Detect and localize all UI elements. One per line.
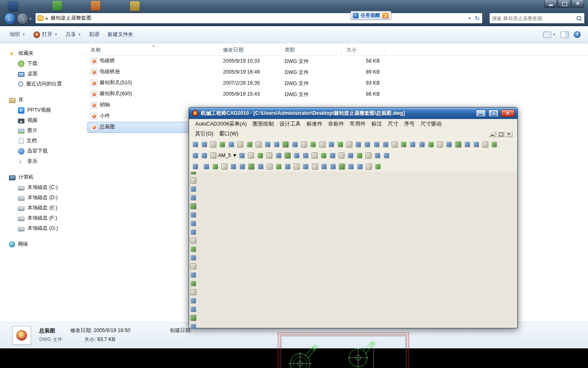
sidebar-item-music[interactable]: 音乐 — [0, 156, 82, 166]
cad-tool-button[interactable] — [301, 151, 310, 160]
cad-tool-button[interactable] — [274, 162, 283, 171]
menu-design-tools[interactable]: 设计工具 — [276, 119, 303, 128]
cad-tool-button[interactable] — [209, 151, 218, 160]
sidebar-group-network[interactable]: 网络 — [0, 239, 82, 249]
cad-tool-button[interactable] — [301, 162, 310, 171]
cad-tool-button[interactable] — [390, 140, 399, 149]
menu-nonstandard-parts[interactable]: 非标件 — [325, 119, 347, 128]
cad-tool-button[interactable] — [274, 151, 283, 160]
column-name[interactable]: 名称 — [91, 47, 101, 54]
cad-drawing-canvas[interactable] — [189, 331, 517, 368]
cad-tool-button[interactable] — [256, 162, 265, 171]
cad-tool-button[interactable] — [427, 140, 435, 149]
menu-window[interactable]: 窗口(W) — [216, 129, 241, 138]
chevron-down-icon[interactable]: ▼ — [232, 153, 237, 158]
cad-tool-button[interactable] — [318, 140, 327, 149]
cad-tool-button[interactable] — [311, 162, 319, 171]
sidebar-item-desktop[interactable]: 桌面 — [0, 69, 82, 79]
cad-tool-button[interactable] — [200, 140, 209, 149]
cad-tool-button[interactable] — [236, 140, 245, 149]
menu-autocad2006[interactable]: AutoCAD2006菜单(A) — [192, 119, 249, 128]
sidebar-item-thunder[interactable]: 迅雷下载 — [0, 146, 82, 156]
minimize-button[interactable] — [544, 0, 557, 8]
preview-pane-icon[interactable] — [561, 31, 569, 38]
sidebar-item-drive-c[interactable]: 本地磁盘 (C:) — [0, 182, 82, 193]
address-bar[interactable]: ▶ 棘轮逆止器整套图 ▼ ↻ — [35, 13, 483, 24]
cad-tool-button[interactable] — [189, 288, 198, 296]
cad-tool-button[interactable] — [283, 162, 292, 171]
cad-tool-button[interactable] — [337, 151, 346, 160]
cad-tool-button[interactable] — [336, 140, 345, 149]
cad-tool-button[interactable] — [238, 151, 246, 160]
cad-tool-button[interactable] — [354, 140, 363, 149]
cad-tool-button[interactable] — [189, 279, 198, 288]
child-close-button[interactable] — [505, 131, 512, 137]
cad-tool-button[interactable] — [310, 151, 319, 160]
cad-tool-button[interactable] — [189, 228, 198, 236]
cad-maximize-button[interactable] — [488, 110, 499, 117]
desktop-icon[interactable] — [8, 1, 18, 11]
cad-tool-button[interactable] — [319, 151, 328, 160]
cad-close-button[interactable] — [501, 110, 514, 117]
sidebar-item-documents[interactable]: 文档 — [0, 136, 82, 146]
cad-tool-button[interactable] — [189, 254, 198, 262]
cad-tool-button[interactable] — [220, 162, 229, 171]
cad-tool-button[interactable] — [238, 162, 247, 171]
menu-serial[interactable]: 序号 — [401, 119, 417, 128]
cad-tool-button[interactable] — [382, 151, 391, 160]
menu-dim-drive[interactable]: 尺寸驱动 — [417, 119, 444, 128]
cad-tool-button[interactable] — [364, 151, 373, 160]
cad-tool-button[interactable] — [256, 151, 265, 160]
cad-tool-button[interactable] — [189, 185, 198, 193]
refresh-icon[interactable]: ↻ — [474, 15, 480, 21]
cad-tool-button[interactable] — [189, 193, 198, 202]
cad-minimize-button[interactable] — [476, 110, 486, 117]
cad-tool-button[interactable] — [381, 140, 390, 149]
history-chevron-icon[interactable]: ▾ — [29, 17, 31, 21]
cad-tool-button[interactable] — [309, 140, 317, 149]
sidebar-item-recent[interactable]: 最近访问的位置 — [0, 79, 82, 89]
cad-tool-button[interactable] — [189, 262, 198, 271]
cad-tool-button[interactable] — [292, 151, 301, 160]
column-modified[interactable]: 修改日期 — [223, 47, 243, 54]
share-button[interactable]: 共享▼ — [62, 29, 85, 40]
maximize-button[interactable] — [558, 0, 570, 8]
child-restore-button[interactable] — [497, 131, 504, 137]
cad-tool-button[interactable] — [490, 140, 499, 149]
search-box[interactable] — [489, 13, 585, 24]
cad-tool-button[interactable] — [229, 162, 238, 171]
desktop-icon[interactable] — [52, 1, 62, 11]
cad-tool-button[interactable] — [300, 140, 308, 149]
cad-tool-button[interactable] — [472, 140, 481, 149]
cad-tool-button[interactable] — [363, 140, 372, 149]
cad-tool-button[interactable] — [209, 140, 218, 149]
cad-tool-button[interactable] — [247, 151, 255, 160]
organize-button[interactable]: 组织▼ — [6, 29, 29, 40]
cad-tool-button[interactable] — [189, 236, 198, 245]
help-icon[interactable] — [574, 31, 581, 38]
close-button[interactable] — [571, 0, 584, 8]
cad-tool-button[interactable] — [292, 162, 301, 171]
back-button[interactable] — [4, 13, 16, 25]
address-dropdown-icon[interactable]: ▼ — [468, 16, 472, 20]
menu-standard-parts[interactable]: 标准件 — [303, 119, 325, 128]
cad-tool-button[interactable] — [355, 151, 364, 160]
cad-tool-button[interactable] — [454, 140, 463, 149]
cad-tool-button[interactable] — [245, 140, 254, 149]
cad-tool-button[interactable] — [372, 140, 381, 149]
desktop-icon[interactable] — [91, 1, 100, 11]
cad-tool-button[interactable] — [408, 140, 417, 149]
cad-tool-button[interactable] — [211, 162, 220, 171]
cad-tool-button[interactable] — [445, 140, 453, 149]
cad-tool-button[interactable] — [189, 322, 198, 331]
cad-tool-button[interactable] — [320, 162, 328, 171]
cad-titlebar[interactable]: 机械工程师CAD2010 - [C:\Users\Administrator\D… — [189, 108, 517, 119]
cad-tool-button[interactable] — [189, 219, 198, 228]
menu-draw[interactable]: 图形绘制 — [249, 119, 276, 128]
cad-tool-button[interactable] — [189, 245, 198, 254]
cad-tool-button[interactable] — [346, 151, 355, 160]
cad-tool-button[interactable] — [189, 211, 198, 219]
sidebar-item-downloads[interactable]: 下载 — [0, 58, 82, 69]
cad-tool-button[interactable] — [399, 140, 408, 149]
menu-dimension[interactable]: 尺寸 — [385, 119, 401, 128]
